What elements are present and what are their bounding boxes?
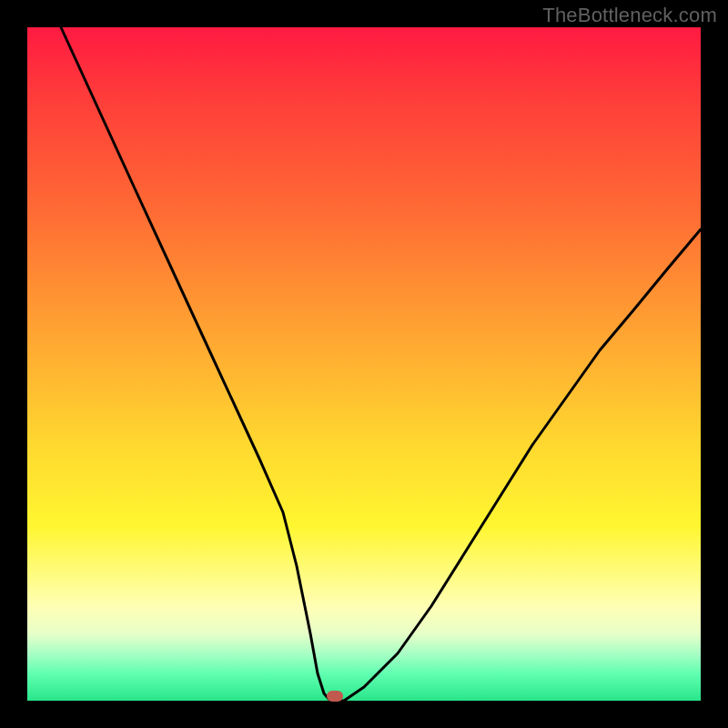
chart-frame: TheBottleneck.com xyxy=(0,0,728,728)
chart-curve-layer xyxy=(27,27,701,701)
bottleneck-marker xyxy=(327,691,343,702)
watermark-text: TheBottleneck.com xyxy=(542,4,717,27)
bottleneck-curve xyxy=(61,27,701,701)
